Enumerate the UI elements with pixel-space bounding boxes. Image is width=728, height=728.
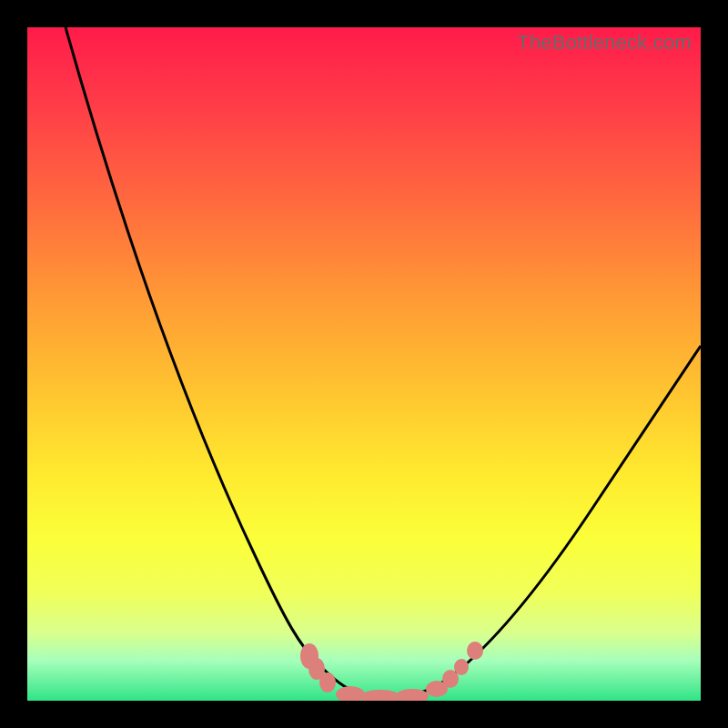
blob-right-3	[454, 659, 469, 675]
blob-right-4	[467, 642, 483, 660]
bottleneck-curve	[27, 27, 701, 701]
blob-floor-1	[336, 686, 365, 701]
plot-area: TheBottleneck.com	[27, 27, 701, 701]
blob-left-3	[319, 672, 336, 693]
chart-frame: TheBottleneck.com	[0, 0, 728, 728]
curve-path	[66, 27, 701, 698]
blob-floor-2	[360, 690, 400, 701]
blob-group	[300, 642, 483, 701]
